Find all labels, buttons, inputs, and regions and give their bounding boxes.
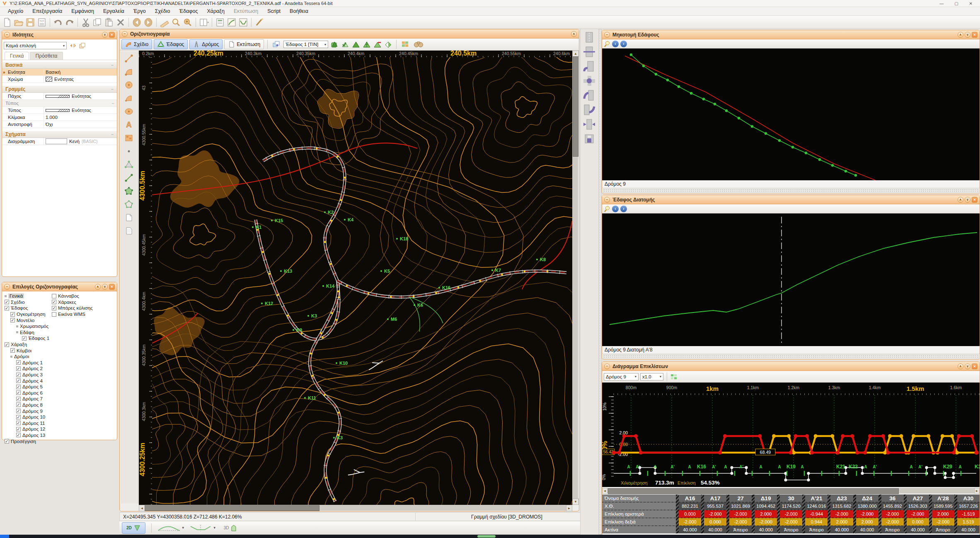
- binoculars-icon[interactable]: [412, 39, 425, 50]
- option-Χάρακες[interactable]: ✓Χάρακες: [52, 299, 114, 305]
- segment-tool-icon[interactable]: [123, 172, 135, 184]
- road-crossing-icon[interactable]: [582, 46, 596, 58]
- report-icon[interactable]: [215, 17, 225, 28]
- checkbox[interactable]: ✓: [16, 373, 21, 377]
- menu-item-Βοήθεια[interactable]: Βοήθεια: [285, 7, 313, 15]
- cut-icon[interactable]: [80, 17, 91, 28]
- grid-settings-icon[interactable]: [670, 374, 677, 380]
- option-Κάνναβος[interactable]: Κάνναβος: [52, 293, 114, 299]
- tin-contour-icon[interactable]: [362, 39, 371, 50]
- superelevation-chart[interactable]: 800m900m1km1.1km1.2km1.3km1.4km1.5km1.6k…: [602, 383, 980, 487]
- selection-dropdown[interactable]: Καμιά επιλογή▾: [4, 42, 67, 49]
- delete-icon[interactable]: [115, 17, 126, 28]
- property-group-header[interactable]: Γραμμές−: [2, 86, 117, 93]
- arc-tool-icon[interactable]: [123, 65, 135, 78]
- road-curve-right-icon[interactable]: [582, 104, 596, 116]
- checkbox[interactable]: ✓: [5, 300, 9, 304]
- mode-3d-button[interactable]: 3D: [224, 524, 237, 532]
- tree-item-Δρόμος 3[interactable]: ✓Δρόμος 3: [5, 372, 50, 378]
- undo-icon[interactable]: [53, 17, 63, 28]
- collapse-icon[interactable]: −: [4, 284, 10, 290]
- maximize-button[interactable]: ▢: [954, 1, 958, 6]
- property-row-Τύπος[interactable]: ΤύποςΕνότητας: [2, 107, 117, 114]
- collapse-icon[interactable]: −: [604, 32, 610, 38]
- property-row-Διαγράμμιση[interactable]: ΔιαγράμμισηΚενή(BASIC): [2, 138, 117, 145]
- nav-forward-icon[interactable]: [143, 17, 154, 28]
- menu-item-Επεξεργασία[interactable]: Επεξεργασία: [28, 7, 67, 15]
- checkbox[interactable]: ✓: [10, 312, 15, 317]
- tree-item-Χρωματισμός[interactable]: Χρωματισμός: [5, 323, 50, 330]
- road-curve-left-icon[interactable]: [582, 89, 596, 102]
- wand-icon[interactable]: [254, 17, 265, 28]
- ellipse-tool-icon[interactable]: [123, 105, 135, 118]
- next-icon[interactable]: ›: [620, 41, 627, 47]
- collapse-icon[interactable]: −: [122, 31, 128, 37]
- plan-hscrollbar[interactable]: ◄ ►: [139, 505, 572, 511]
- superelevation-hscrollbar[interactable]: ◄ ►: [602, 488, 980, 494]
- roll-up-icon[interactable]: ∧: [95, 284, 101, 290]
- menu-item-Χάραξη[interactable]: Χάραξη: [202, 7, 229, 15]
- section-chart[interactable]: [602, 213, 980, 346]
- prev-icon[interactable]: ‹: [612, 206, 619, 212]
- tab-general[interactable]: Γενικά: [5, 52, 29, 60]
- menu-item-Έργο[interactable]: Έργο: [129, 7, 150, 15]
- section-view-icon[interactable]: [238, 17, 249, 28]
- toggle-Εκτύπωση[interactable]: Εκτύπωση: [224, 39, 264, 49]
- roll-down-icon[interactable]: ∨: [102, 284, 108, 290]
- checkbox[interactable]: ✓: [16, 397, 21, 401]
- mode-2d-button[interactable]: 2D: [122, 522, 145, 534]
- tree-item-Έδαφος 1[interactable]: ✓Έδαφος 1: [5, 335, 50, 342]
- tin-solid-icon[interactable]: [351, 39, 361, 50]
- minimize-button[interactable]: —: [939, 1, 944, 6]
- road-straight-icon[interactable]: [582, 31, 596, 44]
- plan-vscrollbar[interactable]: ▲ ▼: [572, 51, 578, 505]
- checkbox[interactable]: ✓: [16, 409, 21, 413]
- vertical-splitter[interactable]: [598, 29, 602, 535]
- property-row-Πάχος[interactable]: ΠάχοςΕνότητας: [2, 93, 117, 100]
- pie-tool-icon[interactable]: [123, 92, 135, 104]
- property-row-Ενότητα[interactable]: »ΕνότηταΒασική: [2, 69, 117, 76]
- tree-item-Έδαφος[interactable]: ✓Έδαφος: [5, 305, 50, 311]
- polygon-tool-icon[interactable]: [123, 198, 135, 211]
- tree-item-Ογκομέτρηση[interactable]: ✓Ογκομέτρηση: [5, 311, 50, 317]
- export-doc-icon[interactable]: TXT: [36, 17, 47, 28]
- tree-item-Δρόμος 1[interactable]: ✓Δρόμος 1: [5, 360, 50, 366]
- zoom-select-dropdown[interactable]: x1.0▾: [640, 373, 663, 380]
- tree-item-Δρόμος 8[interactable]: ✓Δρόμος 8: [5, 402, 50, 408]
- sheet-grid-tool-icon[interactable]: [123, 225, 135, 237]
- image-tool-icon[interactable]: [123, 132, 135, 144]
- property-row-Κλίμακα[interactable]: Κλίμακα1.000: [2, 114, 117, 121]
- checkbox[interactable]: ✓: [10, 348, 15, 353]
- menu-item-Εκτύπωση[interactable]: Εκτύπωση: [229, 7, 263, 15]
- road-roundabout-icon[interactable]: [582, 75, 596, 87]
- tin-points-icon[interactable]: [384, 39, 393, 50]
- roll-up-icon[interactable]: ∧: [571, 31, 577, 37]
- menu-item-Εργαλεία[interactable]: Εργαλεία: [99, 7, 129, 15]
- mosaic-icon[interactable]: [400, 39, 411, 50]
- toggle-Σχέδιο[interactable]: Σχέδιο: [121, 39, 152, 49]
- menu-item-Εμφάνιση[interactable]: Εμφάνιση: [67, 7, 99, 15]
- tree-item-Δρόμος 10[interactable]: ✓Δρόμος 10: [5, 414, 50, 420]
- tree-item-Δρόμος 6[interactable]: ✓Δρόμος 6: [5, 390, 50, 396]
- close-icon[interactable]: ×: [972, 364, 978, 369]
- section-display-button[interactable]: ▼: [189, 524, 216, 532]
- tin-fill-icon[interactable]: [330, 39, 339, 50]
- road-junction-icon[interactable]: [582, 60, 596, 73]
- toggle-Έδαφος[interactable]: Έδαφος: [154, 39, 188, 49]
- roll-down-icon[interactable]: ∨: [965, 197, 970, 203]
- open-folder-icon[interactable]: [13, 17, 24, 28]
- checkbox[interactable]: ✓: [22, 336, 27, 341]
- menu-item-Αρχείο[interactable]: Αρχείο: [3, 7, 28, 15]
- new-file-icon[interactable]: [2, 17, 12, 28]
- tree-item-Γενικά[interactable]: Γενικά: [5, 293, 50, 299]
- property-group-header[interactable]: Βασικά−: [2, 62, 117, 69]
- nav-back-icon[interactable]: [131, 17, 142, 28]
- property-subgroup-header[interactable]: Τύπος−: [2, 100, 117, 107]
- tree-item-Μοντέλο[interactable]: ✓Μοντέλο: [5, 317, 50, 323]
- close-icon[interactable]: ×: [109, 284, 115, 290]
- line-tool-icon[interactable]: [123, 52, 135, 65]
- roll-up-icon[interactable]: ∧: [958, 197, 963, 203]
- sheet-tool-icon[interactable]: [123, 211, 135, 224]
- text-tool-icon[interactable]: A: [123, 119, 135, 131]
- circle-tool-icon[interactable]: [123, 79, 135, 91]
